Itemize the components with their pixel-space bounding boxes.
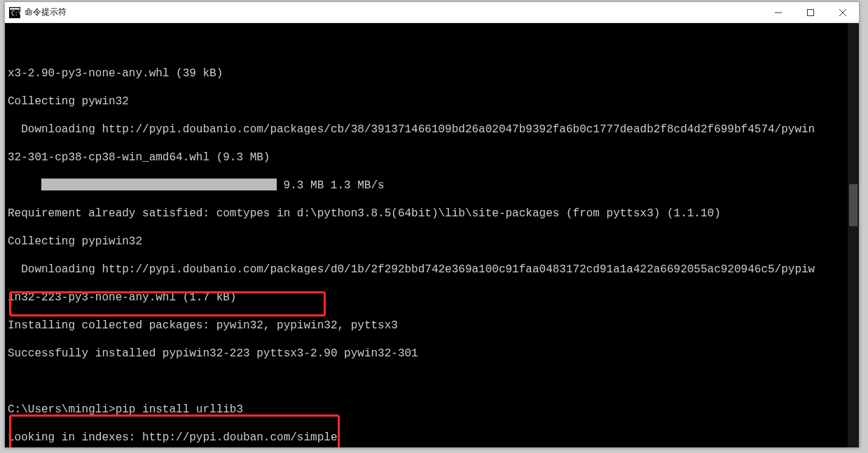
output-line: Requirement already satisfied: comtypes … (8, 207, 856, 221)
svg-text:C:\: C:\ (11, 11, 20, 17)
maximize-button[interactable] (794, 2, 827, 22)
titlebar[interactable]: C:\ 命令提示符 (5, 2, 859, 23)
cmd-icon: C:\ (9, 7, 20, 18)
output-line: in32-223-py3-none-any.whl (1.7 kB) (8, 291, 856, 305)
terminal-output[interactable]: x3-2.90-py3-none-any.whl (39 kB) Collect… (5, 23, 859, 447)
window-controls (762, 2, 859, 22)
close-button[interactable] (827, 2, 859, 22)
terminal-content: x3-2.90-py3-none-any.whl (39 kB) Collect… (8, 53, 856, 447)
minimize-button[interactable] (762, 2, 794, 22)
command-prompt-window: C:\ 命令提示符 x3-2.90-py3-none-any.whl (39 k… (4, 1, 860, 448)
output-line: Downloading http://pypi.doubanio.com/pac… (8, 263, 856, 277)
output-line: Downloading http://pypi.doubanio.com/pac… (8, 123, 856, 137)
output-line: 32-301-cp38-cp38-win_amd64.whl (9.3 MB) (8, 151, 856, 165)
progress-line: 9.3 MB 1.3 MB/s (8, 179, 856, 193)
output-line: Successfully installed pypiwin32-223 pyt… (8, 347, 856, 361)
output-line: Collecting pywin32 (8, 95, 856, 109)
output-line: Installing collected packages: pywin32, … (8, 319, 856, 333)
progress-text: 9.3 MB 1.3 MB/s (277, 179, 385, 192)
scrollbar-thumb[interactable] (849, 184, 857, 226)
prompt-line: C:\Users\mingli>pip install urllib3 (8, 403, 856, 417)
output-line: Collecting pypiwin32 (8, 235, 856, 249)
svg-rect-4 (808, 9, 814, 15)
output-line: x3-2.90-py3-none-any.whl (39 kB) (8, 67, 856, 81)
terminal-scrollbar[interactable] (848, 23, 859, 447)
svg-rect-1 (10, 8, 20, 10)
output-line (8, 375, 856, 389)
output-line: Looking in indexes: http://pypi.douban.c… (8, 431, 856, 445)
progress-bar (41, 179, 277, 190)
window-title: 命令提示符 (25, 6, 67, 18)
